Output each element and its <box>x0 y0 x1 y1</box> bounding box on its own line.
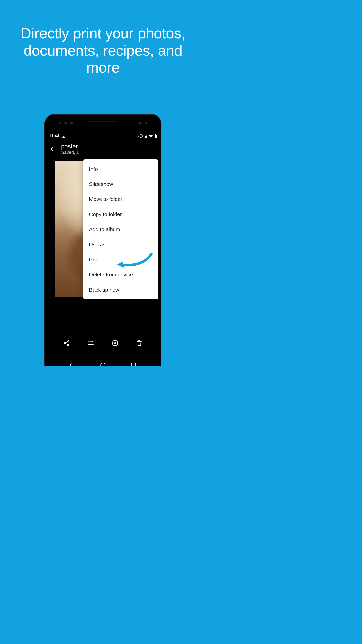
phone-frame: 11:44 <box>44 114 161 366</box>
bottom-action-bar <box>47 332 159 354</box>
svg-rect-6 <box>92 341 93 342</box>
speaker-slot <box>89 121 117 122</box>
page-subtitle: Saved, 1 <box>61 150 79 155</box>
sensor-dots-left <box>59 122 73 124</box>
menu-item-slideshow[interactable]: Slideshow <box>83 177 158 192</box>
menu-item-use-as[interactable]: Use as <box>83 237 158 252</box>
svg-rect-7 <box>89 344 90 345</box>
menu-item-info[interactable]: Info <box>83 162 158 177</box>
nav-recent-icon[interactable] <box>131 362 137 366</box>
sensor-dots-right <box>139 122 147 124</box>
android-nav-bar <box>44 360 161 366</box>
tune-icon[interactable] <box>86 338 96 348</box>
promo-headline: Directly print your photos, documents, r… <box>0 25 206 76</box>
nav-back-icon[interactable] <box>69 362 75 366</box>
wifi-icon <box>149 135 153 138</box>
svg-rect-1 <box>155 134 156 135</box>
menu-item-move-to-folder[interactable]: Move to folder <box>83 192 158 207</box>
share-icon[interactable] <box>62 338 72 348</box>
download-icon <box>62 134 66 138</box>
battery-icon <box>154 134 157 138</box>
lens-icon[interactable] <box>110 338 120 348</box>
vibrate-icon <box>138 134 143 138</box>
phone-mockup: 11:44 <box>44 114 161 366</box>
phone-screen: 11:44 <box>47 132 159 354</box>
svg-point-9 <box>114 342 116 344</box>
status-time: 11:44 <box>49 134 59 138</box>
overflow-menu: Info Slideshow Move to folder Copy to fo… <box>83 159 158 299</box>
back-arrow-icon[interactable] <box>50 146 56 152</box>
page-title: poster <box>61 143 79 150</box>
svg-point-10 <box>116 344 117 345</box>
nav-home-icon[interactable] <box>100 362 106 366</box>
signal-icon <box>145 135 147 138</box>
menu-item-delete-from-device[interactable]: Delete from device <box>83 267 158 282</box>
svg-rect-12 <box>132 363 136 366</box>
delete-icon[interactable] <box>134 338 144 348</box>
svg-point-11 <box>101 363 105 366</box>
menu-item-print[interactable]: Print <box>83 252 158 267</box>
status-bar: 11:44 <box>47 132 159 140</box>
app-bar: poster Saved, 1 <box>47 140 159 157</box>
menu-item-copy-to-folder[interactable]: Copy to folder <box>83 207 158 222</box>
menu-item-add-to-album[interactable]: Add to album <box>83 222 158 237</box>
svg-rect-2 <box>155 135 157 138</box>
menu-item-back-up-now[interactable]: Back up now <box>83 282 158 297</box>
svg-rect-0 <box>140 135 142 138</box>
